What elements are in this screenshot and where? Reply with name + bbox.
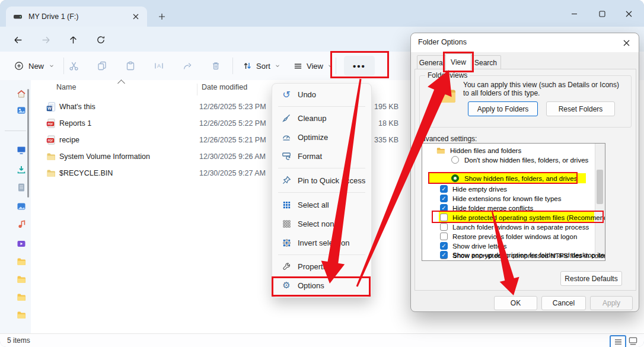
paste-button[interactable] <box>120 56 141 76</box>
sidebar-gallery-icon[interactable] <box>17 106 27 115</box>
copy-icon <box>97 61 107 71</box>
menu-item-pin-to-quick-access[interactable]: Pin to Quick access <box>275 171 369 190</box>
advanced-setting-checkbox[interactable]: Hide empty drives <box>422 184 594 194</box>
menu-item-label: Select none <box>298 219 339 228</box>
column-header-name[interactable]: Name <box>56 83 76 91</box>
trash-icon <box>211 61 221 71</box>
sidebar-videos-icon[interactable] <box>17 239 27 249</box>
close-button[interactable] <box>620 7 637 20</box>
large-icons-view-button[interactable] <box>627 336 638 346</box>
sidebar-downloads-icon[interactable] <box>17 165 27 174</box>
button-label: Cancel <box>553 299 575 307</box>
undo-icon: ↺ <box>282 90 291 99</box>
large-icons-view-icon <box>629 337 637 345</box>
view-list-icon <box>294 62 302 71</box>
checkbox-launch-separate-process[interactable] <box>440 223 448 231</box>
sidebar-home-icon[interactable] <box>17 90 27 99</box>
annotation-box-show-hidden <box>428 172 578 184</box>
rename-button[interactable]: A <box>149 56 169 76</box>
select-none-icon <box>282 219 291 228</box>
back-icon[interactable] <box>9 31 26 48</box>
sort-button[interactable]: Sort <box>237 56 286 76</box>
share-button[interactable] <box>177 56 197 76</box>
apply-button[interactable]: Apply <box>590 296 633 310</box>
pdf-document-icon: PDF <box>46 119 56 128</box>
menu-item-select-none[interactable]: Select none <box>275 214 369 233</box>
new-tab-button[interactable] <box>155 10 168 23</box>
more-options-context-menu: ↺ Undo Cleanup Optimize Format Pin to Qu… <box>272 83 372 298</box>
menu-item-format[interactable]: Format <box>275 147 369 165</box>
menu-item-cleanup[interactable]: Cleanup <box>275 109 369 128</box>
advanced-setting-checkbox[interactable]: Hide extensions for known file types <box>422 194 594 203</box>
status-bar: 5 items <box>0 333 644 347</box>
sidebar-pictures-icon[interactable] <box>17 202 27 211</box>
checkbox-show-drive-letters[interactable] <box>440 242 448 250</box>
checkbox-hide-extensions[interactable] <box>440 195 448 202</box>
menu-item-undo[interactable]: ↺ Undo <box>275 85 369 104</box>
folder-icon <box>436 147 445 154</box>
sidebar-folder-icon[interactable] <box>17 275 27 284</box>
checkbox-hide-empty-drives[interactable] <box>440 185 448 193</box>
delete-button[interactable] <box>206 56 226 76</box>
radio-dont-show-hidden[interactable] <box>451 156 459 164</box>
title-bar: MY Drive 1 (F:) <box>0 0 644 27</box>
advanced-setting-radio[interactable]: Don't show hidden files, folders, or dri… <box>422 155 594 165</box>
sidebar-folder-icon[interactable] <box>17 257 27 266</box>
list-scrollbar[interactable] <box>595 144 605 259</box>
cut-button[interactable] <box>63 56 84 76</box>
scrollbar-thumb[interactable] <box>597 170 603 204</box>
menu-item-properties[interactable]: Properties <box>275 257 369 276</box>
button-label: Apply <box>602 299 620 307</box>
file-name: What's this <box>59 103 95 111</box>
navigation-sidebar <box>0 80 31 333</box>
sidebar-music-icon[interactable] <box>17 219 27 229</box>
button-label: Restore Defaults <box>565 275 617 283</box>
ok-button[interactable]: OK <box>494 296 537 310</box>
menu-item-select-all[interactable]: Select all <box>275 195 369 214</box>
apply-to-folders-button[interactable]: Apply to Folders <box>468 101 538 116</box>
menu-item-optimize[interactable]: Optimize <box>275 128 369 147</box>
advanced-setting-checkbox[interactable]: Launch folder windows in a separate proc… <box>422 222 594 232</box>
checkbox-restore-previous-folders[interactable] <box>440 233 448 240</box>
column-divider[interactable] <box>197 84 197 95</box>
advanced-settings-list[interactable]: Hidden files and folders Don't show hidd… <box>422 143 605 261</box>
menu-item-invert-selection[interactable]: Invert selection <box>275 233 369 252</box>
new-button[interactable]: New <box>8 56 60 76</box>
menu-item-label: Undo <box>298 90 316 99</box>
tab-title: MY Drive 1 (F:) <box>28 12 79 21</box>
plus-circle-icon <box>14 61 24 71</box>
copy-button[interactable] <box>92 56 112 76</box>
sidebar-separator <box>5 130 26 131</box>
menu-separator <box>278 254 365 255</box>
sidebar-folder-icon[interactable] <box>17 292 27 302</box>
advanced-setting-checkbox[interactable]: Show drive letters <box>422 241 594 251</box>
refresh-icon[interactable] <box>93 31 109 48</box>
folder-views-label: Folder views <box>425 71 470 79</box>
explorer-tab[interactable]: MY Drive 1 (F:) <box>6 7 147 27</box>
restore-defaults-button[interactable]: Restore Defaults <box>560 271 622 286</box>
minimize-button[interactable] <box>565 7 583 20</box>
maximize-button[interactable] <box>593 7 611 20</box>
svg-text:PDF: PDF <box>47 139 53 142</box>
column-header-date-modified[interactable]: Date modified <box>202 83 247 91</box>
sidebar-folder-icon[interactable] <box>17 310 27 320</box>
folder-views-description: You can apply this view (such as Details… <box>463 81 627 97</box>
details-view-button[interactable] <box>610 335 626 347</box>
sidebar-documents-icon[interactable] <box>17 183 27 192</box>
sidebar-desktop-icon[interactable] <box>17 145 27 155</box>
sidebar-scrollbar[interactable] <box>27 89 29 198</box>
advanced-setting-checkbox[interactable]: Show pop-up description for folder and d… <box>422 260 594 261</box>
forward-icon[interactable] <box>37 31 54 48</box>
reset-folders-button[interactable]: Reset Folders <box>546 101 615 116</box>
tab-close-icon[interactable] <box>130 11 141 22</box>
menu-separator <box>278 192 365 193</box>
up-icon[interactable] <box>65 31 81 48</box>
advanced-setting-checkbox[interactable]: Restore previous folder windows at logon <box>422 232 594 241</box>
dialog-close-icon[interactable] <box>620 37 633 49</box>
cancel-button[interactable]: Cancel <box>541 296 586 310</box>
tab-label: General <box>419 59 445 67</box>
drive-icon <box>13 12 23 21</box>
checkbox-show-popup-description[interactable] <box>440 251 448 259</box>
folder-icon <box>46 168 56 178</box>
pin-icon <box>282 176 291 185</box>
